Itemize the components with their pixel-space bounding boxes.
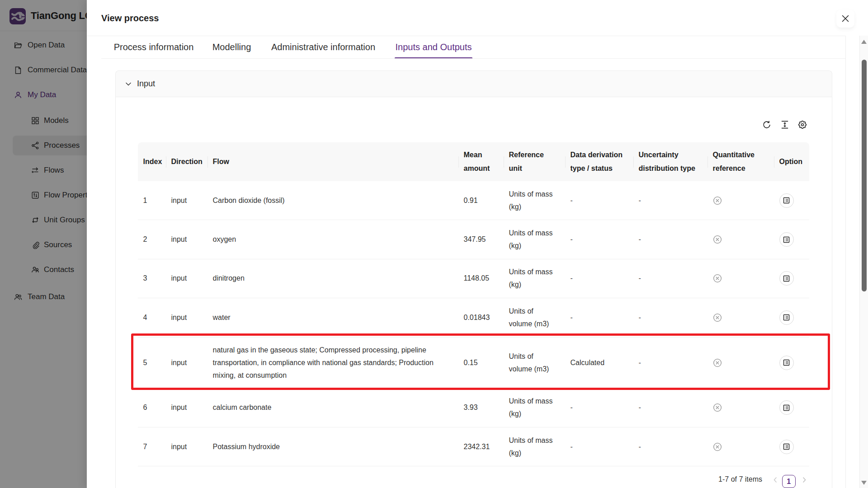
cell-uncertainty: - <box>633 181 708 220</box>
cell-quantitative-reference <box>708 338 774 388</box>
pagination-total: 1-7 of 7 items <box>718 475 762 483</box>
cell-mean-amount: 3.93 <box>458 389 504 427</box>
cell-index: 6 <box>138 389 166 427</box>
close-circle-icon <box>713 442 722 451</box>
profile-icon <box>783 307 790 328</box>
close-circle-icon <box>713 196 722 205</box>
cell-index: 4 <box>138 298 166 337</box>
option-button[interactable] <box>779 232 794 247</box>
drawer-mask[interactable] <box>0 0 87 488</box>
chevron-right-icon <box>801 477 807 483</box>
cell-option <box>774 181 809 220</box>
cell-direction: input <box>166 389 208 427</box>
cell-option <box>774 389 809 427</box>
table-header-row: Index Direction Flow Mean amount Referen… <box>138 142 809 181</box>
gear-icon <box>798 120 807 129</box>
tab-administrative-information[interactable]: Administrative information <box>270 36 377 58</box>
scrollbar-thumb[interactable] <box>862 60 867 291</box>
profile-icon <box>783 352 790 373</box>
cell-flow: Carbon dioxide (fossil) <box>208 181 458 220</box>
cell-flow: dinitrogen <box>208 259 458 298</box>
table-row: 1 input Carbon dioxide (fossil) 0.91 Uni… <box>138 181 809 220</box>
column-header-data-derivation[interactable]: Data derivation type / status <box>565 142 633 181</box>
option-button[interactable] <box>779 193 794 208</box>
cell-index: 3 <box>138 259 166 298</box>
table-row: 6 input calcium carbonate 3.93 Units of … <box>138 389 809 427</box>
pagination-prev-button[interactable] <box>769 473 781 487</box>
cell-reference-unit: Units of mass (kg) <box>504 181 565 220</box>
cell-direction: input <box>166 181 208 220</box>
profile-icon <box>783 229 790 250</box>
close-button[interactable] <box>836 9 854 28</box>
cell-reference-unit: Units of mass (kg) <box>504 389 565 427</box>
cell-uncertainty: - <box>633 338 708 388</box>
cell-flow: water <box>208 298 458 337</box>
cell-data-derivation: - <box>565 427 633 466</box>
cell-mean-amount: 347.95 <box>458 220 504 258</box>
drawer-tabs: Process information Modelling Administra… <box>114 36 472 58</box>
view-process-drawer: View process Process information Modelli… <box>87 0 868 488</box>
cell-index: 1 <box>138 181 166 220</box>
cell-direction: input <box>166 338 208 388</box>
cell-reference-unit: Units of mass (kg) <box>504 427 565 466</box>
cell-mean-amount: 1148.05 <box>458 259 504 298</box>
cell-index: 2 <box>138 220 166 258</box>
cell-quantitative-reference <box>708 220 774 258</box>
reload-button[interactable] <box>762 120 771 129</box>
option-button[interactable] <box>779 271 794 286</box>
column-header-uncertainty[interactable]: Uncertainty distribution type <box>633 142 708 181</box>
tab-process-information[interactable]: Process information <box>114 36 193 58</box>
option-button[interactable] <box>779 400 794 415</box>
cell-reference-unit: Units of volume (m3) <box>504 338 565 388</box>
option-button[interactable] <box>779 356 794 370</box>
input-panel-header[interactable]: Input <box>116 71 832 97</box>
cell-data-derivation: - <box>565 298 633 337</box>
cell-data-derivation: Calculated <box>565 338 633 388</box>
close-circle-icon <box>713 403 722 412</box>
cell-uncertainty: - <box>633 298 708 337</box>
column-header-reference-unit[interactable]: Reference unit <box>504 142 565 181</box>
column-header-option[interactable]: Option <box>774 142 809 181</box>
cell-uncertainty: - <box>633 427 708 466</box>
cell-direction: input <box>166 298 208 337</box>
cell-quantitative-reference <box>708 389 774 427</box>
close-circle-icon <box>713 235 722 244</box>
profile-icon <box>783 190 790 211</box>
density-button[interactable] <box>780 120 789 129</box>
cell-data-derivation: - <box>565 220 633 258</box>
inputs-table: Index Direction Flow Mean amount Referen… <box>138 142 809 466</box>
option-button[interactable] <box>779 440 794 454</box>
column-header-mean-amount[interactable]: Mean amount <box>458 142 504 181</box>
option-button[interactable] <box>779 310 794 325</box>
cell-uncertainty: - <box>633 389 708 427</box>
chevron-down-icon <box>125 80 132 88</box>
cell-reference-unit: Units of mass (kg) <box>504 220 565 258</box>
app-root: TianGong LCA Open Data <box>0 0 868 488</box>
column-setting-button[interactable] <box>798 120 807 129</box>
column-header-quantitative-reference[interactable]: Quantitative reference <box>708 142 774 181</box>
scrollbar[interactable] <box>859 36 868 488</box>
scrollbar-up-arrow-icon[interactable] <box>861 40 867 44</box>
tabs-divider <box>101 58 846 59</box>
table-row-highlighted: 5 input natural gas in the gaseous state… <box>138 338 809 389</box>
cell-quantitative-reference <box>708 259 774 298</box>
table-row: 4 input water 0.01843 Units of volume (m… <box>138 298 809 337</box>
cell-option <box>774 259 809 298</box>
cell-flow: oxygen <box>208 220 458 258</box>
tab-modelling[interactable]: Modelling <box>212 36 252 58</box>
input-collapse-panel: Input <box>115 70 832 488</box>
tab-inputs-and-outputs[interactable]: Inputs and Outputs <box>395 36 472 58</box>
scrollbar-down-arrow-icon[interactable] <box>861 481 867 485</box>
column-header-flow[interactable]: Flow <box>208 142 458 181</box>
cell-quantitative-reference <box>708 181 774 220</box>
pagination-next-button[interactable] <box>798 473 810 487</box>
column-header-direction[interactable]: Direction <box>166 142 208 181</box>
table-row: 2 input oxygen 347.95 Units of mass (kg)… <box>138 220 809 259</box>
cell-uncertainty: - <box>633 220 708 258</box>
column-header-index[interactable]: Index <box>138 142 166 181</box>
profile-icon <box>783 397 790 418</box>
pagination-page-1[interactable]: 1 <box>782 475 796 488</box>
close-circle-icon <box>713 313 722 322</box>
cell-direction: input <box>166 427 208 466</box>
cell-flow: natural gas in the gaseous state; Compre… <box>208 338 458 388</box>
